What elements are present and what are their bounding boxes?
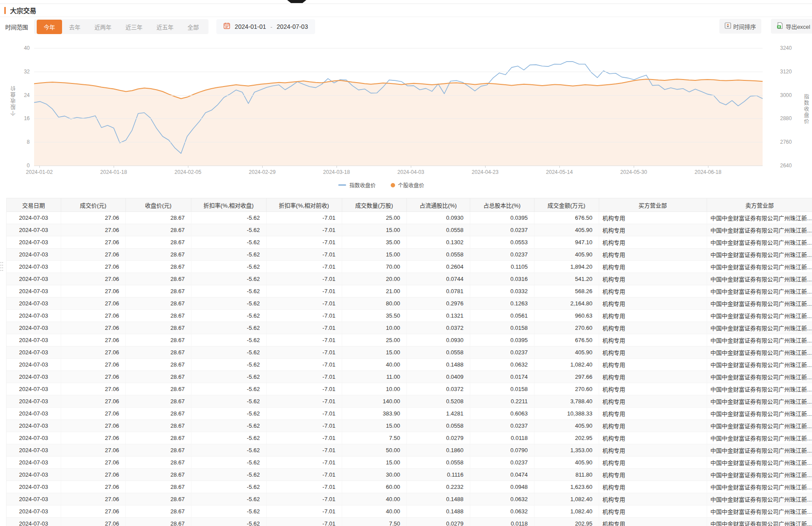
- cell-trade-date: 2024-07-03: [7, 334, 61, 346]
- cell-discount-vs-prev: -7.01: [266, 518, 342, 526]
- cell-float-ratio: 0.0558: [406, 420, 470, 432]
- cell-amount: 10,388.33: [534, 408, 599, 420]
- block-trade-table: 交易日期成交价(元)收盘价(元)折扣率(%,相对收盘)折扣率(%,相对前收)成交…: [7, 198, 812, 526]
- legend-item-index-close[interactable]: 指数收盘价: [338, 181, 375, 189]
- x-axis-tick: [262, 166, 263, 168]
- cell-discount-vs-prev: -7.01: [266, 212, 342, 224]
- date-range-picker[interactable]: 2024-01-01 - 2024-07-03: [216, 19, 315, 34]
- cell-float-ratio: 0.0558: [406, 346, 470, 359]
- legend-item-stock-close[interactable]: 个股收盘价: [391, 181, 424, 189]
- cell-discount-vs-close: -5.62: [191, 444, 266, 457]
- table-row: 2024-07-0327.0628.67-5.62-7.0140.000.148…: [7, 359, 812, 371]
- cell-trade-date: 2024-07-03: [7, 236, 61, 249]
- cell-seller: 中国中金财富证券有限公司广州珠江新...: [707, 224, 812, 236]
- cell-volume: 25.00: [342, 334, 406, 346]
- cell-close-price: 28.67: [125, 224, 191, 236]
- cell-amount: 541.20: [534, 273, 599, 285]
- time-range-option-2[interactable]: 近两年: [87, 20, 118, 34]
- cell-float-ratio: 0.1116: [406, 469, 470, 481]
- cell-total-ratio: 0.1105: [470, 261, 534, 273]
- cell-discount-vs-close: -5.62: [191, 334, 266, 346]
- date-end[interactable]: 2024-07-03: [277, 23, 308, 30]
- panel-drag-handle[interactable]: [0, 262, 3, 272]
- chart-legend: 指数收盘价个股收盘价: [0, 181, 763, 189]
- cell-total-ratio: 0.0632: [470, 359, 534, 371]
- cell-discount-vs-prev: -7.01: [266, 493, 342, 505]
- cell-close-price: 28.67: [125, 310, 191, 322]
- cell-float-ratio: 0.0372: [406, 383, 470, 395]
- cell-total-ratio: 0.0632: [470, 493, 534, 505]
- cell-volume: 25.00: [342, 212, 406, 224]
- table-header-row: 交易日期成交价(元)收盘价(元)折扣率(%,相对收盘)折扣率(%,相对前收)成交…: [7, 198, 812, 212]
- gridline: [34, 118, 763, 119]
- cell-buyer: 机构专用: [599, 432, 707, 444]
- cell-buyer: 机构专用: [599, 469, 707, 481]
- table-row: 2024-07-0327.0628.67-5.62-7.0170.000.260…: [7, 261, 812, 273]
- x-axis-tick: [559, 166, 560, 168]
- cell-discount-vs-close: -5.62: [191, 236, 266, 249]
- right-axis-tick: 2640: [780, 163, 792, 169]
- cell-discount-vs-close: -5.62: [191, 322, 266, 334]
- cell-discount-vs-prev: -7.01: [266, 310, 342, 322]
- right-axis-tick: 3240: [780, 45, 792, 51]
- cell-buyer: 机构专用: [599, 285, 707, 298]
- cell-total-ratio: 0.0118: [470, 518, 534, 526]
- cell-float-ratio: 0.0279: [406, 518, 470, 526]
- cell-trade-date: 2024-07-03: [7, 457, 61, 469]
- date-start[interactable]: 2024-01-01: [235, 23, 266, 30]
- cell-close-price: 28.67: [125, 505, 191, 518]
- cell-discount-vs-prev: -7.01: [266, 505, 342, 518]
- cell-float-ratio: 0.0558: [406, 224, 470, 236]
- price-trend-chart: 个股收盘价 指数收盘价 指数收盘价个股收盘价 40324032312024300…: [0, 37, 812, 195]
- cell-seller: 中国中金财富证券有限公司广州珠江新...: [707, 505, 812, 518]
- cell-close-price: 28.67: [125, 322, 191, 334]
- time-range-option-1[interactable]: 去年: [62, 20, 87, 34]
- table-row: 2024-07-0327.0628.67-5.62-7.01140.000.52…: [7, 395, 812, 408]
- table-row: 2024-07-0327.0628.67-5.62-7.0120.000.074…: [7, 273, 812, 285]
- cell-buyer: 机构专用: [599, 518, 707, 526]
- cell-buyer: 机构专用: [599, 273, 707, 285]
- time-range-option-0[interactable]: 今年: [37, 20, 62, 34]
- cell-discount-vs-prev: -7.01: [266, 273, 342, 285]
- cell-seller: 中国中金财富证券有限公司广州珠江新...: [707, 481, 812, 493]
- cell-discount-vs-prev: -7.01: [266, 420, 342, 432]
- cell-discount-vs-close: -5.62: [191, 469, 266, 481]
- time-range-option-3[interactable]: 近三年: [118, 20, 149, 34]
- cell-amount: 811.80: [534, 469, 599, 481]
- x-axis-tick: [485, 166, 486, 168]
- cell-trade-date: 2024-07-03: [7, 493, 61, 505]
- cell-volume: 40.00: [342, 505, 406, 518]
- cell-deal-price: 27.06: [61, 298, 125, 310]
- cell-total-ratio: 0.1263: [470, 298, 534, 310]
- cell-close-price: 28.67: [125, 518, 191, 526]
- cell-buyer: 机构专用: [599, 383, 707, 395]
- time-sort-button[interactable]: 时间排序: [719, 19, 761, 34]
- cell-discount-vs-close: -5.62: [191, 261, 266, 273]
- table-row: 2024-07-0327.0628.67-5.62-7.0111.000.040…: [7, 371, 812, 383]
- cell-buyer: 机构专用: [599, 212, 707, 224]
- chart-plot-area: [34, 48, 763, 166]
- table-row: 2024-07-0327.0628.67-5.62-7.0160.000.223…: [7, 481, 812, 493]
- export-excel-button[interactable]: 导出excel: [771, 19, 812, 34]
- cell-deal-price: 27.06: [61, 505, 125, 518]
- cell-amount: 568.26: [534, 285, 599, 298]
- time-range-option-4[interactable]: 近五年: [149, 20, 180, 34]
- cell-buyer: 机构专用: [599, 249, 707, 261]
- cell-discount-vs-prev: -7.01: [266, 285, 342, 298]
- cell-deal-price: 27.06: [61, 249, 125, 261]
- table-row: 2024-07-0327.0628.67-5.62-7.0125.000.093…: [7, 334, 812, 346]
- toolbar-actions: 时间排序 导出excel: [719, 19, 812, 34]
- table-row: 2024-07-0327.0628.67-5.62-7.017.500.0279…: [7, 518, 812, 526]
- time-range-option-5[interactable]: 全部: [180, 20, 206, 34]
- column-header-5: 成交数量(万股): [342, 198, 406, 212]
- cell-total-ratio: 0.0474: [470, 469, 534, 481]
- cell-volume: 10.00: [342, 322, 406, 334]
- right-axis-tick: 2880: [780, 115, 792, 121]
- x-axis-tick: [411, 166, 411, 168]
- table-row: 2024-07-0327.0628.67-5.62-7.0135.000.130…: [7, 236, 812, 249]
- cell-close-price: 28.67: [125, 273, 191, 285]
- cell-amount: 1,082.40: [534, 359, 599, 371]
- cell-discount-vs-prev: -7.01: [266, 334, 342, 346]
- cell-amount: 947.10: [534, 236, 599, 249]
- cell-amount: 676.50: [534, 334, 599, 346]
